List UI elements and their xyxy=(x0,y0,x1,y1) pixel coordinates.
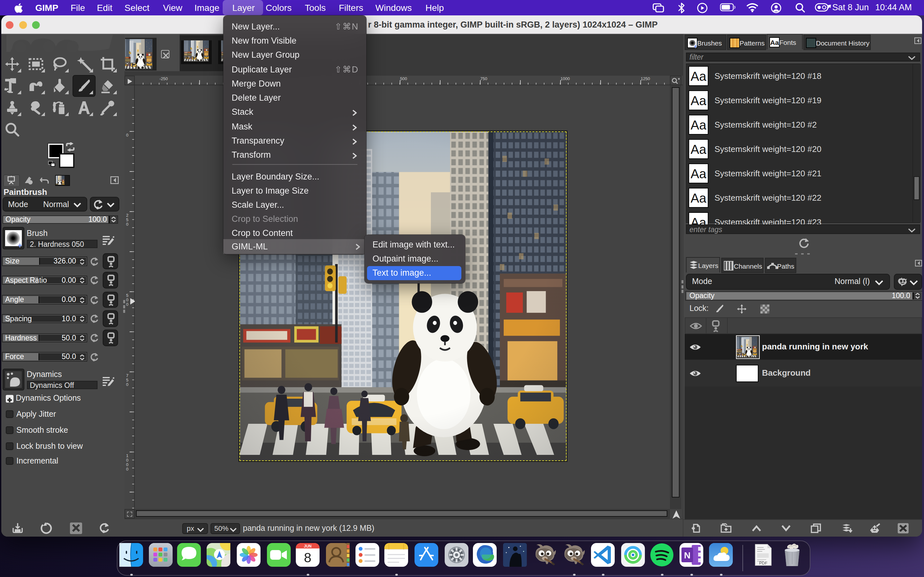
svg-text:JUN: JUN xyxy=(304,544,312,548)
svg-text:8: 8 xyxy=(304,550,311,565)
svg-text:PDF: PDF xyxy=(759,560,767,565)
svg-text:N: N xyxy=(684,550,690,560)
